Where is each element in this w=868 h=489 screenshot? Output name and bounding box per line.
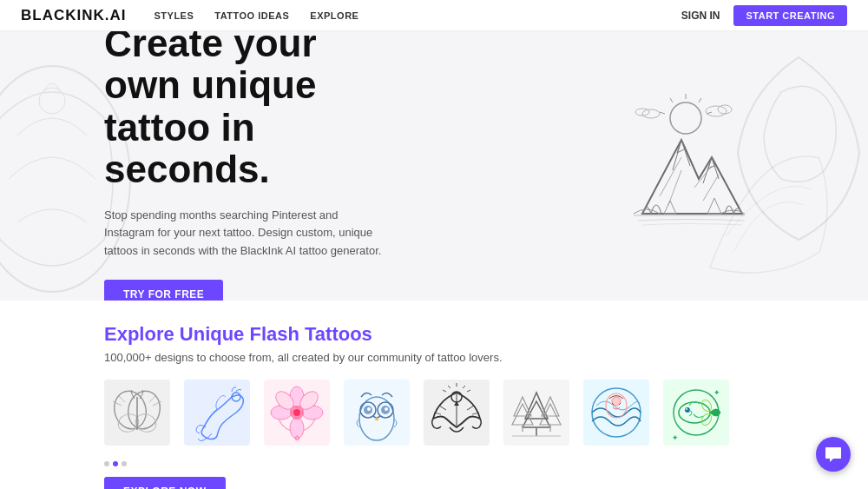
try-free-button[interactable]: TRY FOR FREE: [104, 280, 223, 301]
tattoo-item-forest[interactable]: [503, 380, 569, 446]
hero-content: Create your own unique tattoo in seconds…: [0, 31, 486, 301]
svg-text:✿: ✿: [294, 434, 300, 442]
svg-line-59: [463, 386, 465, 388]
svg-line-6: [670, 98, 673, 102]
svg-point-42: [293, 409, 300, 416]
svg-line-14: [681, 140, 690, 166]
svg-line-60: [448, 386, 450, 388]
svg-point-24: [110, 387, 150, 433]
svg-marker-23: [707, 198, 721, 214]
dot-3[interactable]: [122, 461, 127, 466]
svg-point-25: [124, 387, 164, 433]
svg-line-20: [703, 175, 719, 201]
tattoo-gallery: ✿: [104, 380, 764, 446]
hero-illustration: [616, 92, 755, 240]
hero-title: Create your own unique tattoo in seconds…: [104, 31, 382, 191]
dot-2[interactable]: [113, 461, 118, 466]
svg-line-18: [668, 170, 681, 205]
hero-section: Create your own unique tattoo in seconds…: [0, 31, 868, 301]
svg-line-32: [149, 395, 156, 402]
nav-right: SIGN IN START CREATING: [681, 5, 847, 26]
tattoo-item-butterfly[interactable]: [104, 380, 170, 446]
logo[interactable]: BLACKINK.AI: [21, 7, 127, 24]
explore-subtitle: 100,000+ designs to choose from, all cre…: [104, 351, 764, 364]
svg-line-4: [699, 98, 701, 102]
chat-button[interactable]: [816, 437, 851, 472]
svg-text:✦: ✦: [672, 433, 679, 442]
nav-styles[interactable]: STYLES: [155, 10, 194, 21]
svg-marker-69: [542, 397, 559, 416]
tattoo-item-fish[interactable]: ✦ ✦: [663, 380, 729, 446]
nav-left: BLACKINK.AI STYLES TATTOO IDEAS EXPLORE: [21, 7, 358, 24]
nav-explore[interactable]: EXPLORE: [310, 10, 358, 21]
sign-in-link[interactable]: SIGN IN: [681, 10, 720, 22]
svg-line-17: [660, 157, 681, 196]
explore-section: Explore Unique Flash Tattoos 100,000+ de…: [0, 301, 868, 489]
hero-subtitle: Stop spending months searching Pinterest…: [104, 207, 382, 261]
svg-line-54: [439, 406, 446, 410]
tattoo-item-dragon[interactable]: [184, 380, 250, 446]
svg-point-79: [679, 402, 710, 423]
explore-now-button[interactable]: EXPLORE NOW: [104, 477, 226, 489]
nav-links: STYLES TATTOO IDEAS EXPLORE: [155, 10, 359, 21]
svg-line-7: [660, 112, 665, 114]
tattoo-item-geisha[interactable]: [583, 380, 649, 446]
svg-point-50: [385, 407, 388, 411]
nav-tattoo-ideas[interactable]: TATTOO IDEAS: [214, 10, 289, 21]
svg-marker-22: [664, 201, 676, 214]
svg-point-9: [718, 105, 732, 114]
svg-marker-12: [642, 140, 742, 214]
pagination-dots: [104, 461, 764, 466]
start-creating-button[interactable]: START CREATING: [733, 5, 847, 26]
svg-line-61: [467, 390, 470, 392]
tattoo-item-owl[interactable]: [344, 380, 410, 446]
navbar: BLACKINK.AI STYLES TATTOO IDEAS EXPLORE …: [0, 0, 868, 31]
explore-title: Explore Unique Flash Tattoos: [104, 323, 764, 346]
svg-point-10: [642, 109, 660, 118]
svg-point-49: [367, 407, 371, 411]
svg-line-55: [467, 406, 474, 410]
tattoo-item-flowers[interactable]: ✿: [264, 380, 330, 446]
svg-point-2: [670, 102, 701, 134]
svg-point-8: [706, 106, 727, 116]
svg-point-81: [686, 408, 687, 410]
svg-line-30: [118, 395, 125, 402]
dot-1[interactable]: [104, 461, 109, 466]
svg-marker-66: [514, 397, 531, 416]
tattoo-item-eagle[interactable]: [424, 380, 490, 446]
svg-text:✦: ✦: [713, 388, 720, 397]
svg-line-62: [443, 390, 446, 392]
